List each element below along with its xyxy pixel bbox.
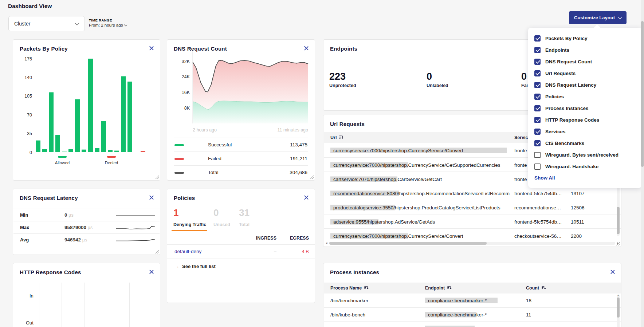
menu-item-url-requests[interactable]: Url Requests <box>528 67 642 79</box>
column-header-count[interactable]: Count <box>526 285 546 291</box>
checked-checkbox-icon[interactable] <box>534 105 541 111</box>
svg-text:11 minutes ago: 11 minutes ago <box>277 127 308 133</box>
checked-checkbox-icon[interactable] <box>534 35 541 42</box>
checked-checkbox-icon[interactable] <box>534 140 541 146</box>
chevron-down-icon <box>618 15 622 19</box>
sort-icon <box>541 285 546 291</box>
checked-checkbox-icon[interactable] <box>534 94 541 100</box>
unchecked-checkbox-icon[interactable] <box>534 152 541 158</box>
count-cell: 10511 <box>571 219 604 224</box>
menu-item-cis-benchmarks[interactable]: CIS Benchmarks <box>528 137 642 149</box>
page-title: Dashboard View <box>8 3 52 9</box>
checked-checkbox-icon[interactable] <box>534 59 541 65</box>
menu-item-endpoints[interactable]: Endpoints <box>528 44 642 56</box>
policies-stat-total[interactable]: 31Total <box>239 208 250 227</box>
horizontal-scrollbar[interactable]: ◂ ▸ <box>326 241 619 245</box>
legend-swatch <box>174 144 184 146</box>
menu-item-label: DNS Request Latency <box>545 82 596 88</box>
close-icon[interactable] <box>610 269 615 275</box>
url-request-row[interactable]: currencyservice:7000/hipstershop.Currenc… <box>324 228 621 243</box>
packets-by-policy-card: Packets By Policy 03570105140175AllowedD… <box>13 39 160 181</box>
menu-item-http-response-codes[interactable]: HTTP Response Codes <box>528 114 642 126</box>
menu-item-label: Process Instances <box>545 106 589 111</box>
show-all-link[interactable]: Show All <box>534 175 555 181</box>
checked-checkbox-icon[interactable] <box>534 82 541 88</box>
sort-icon <box>364 285 369 291</box>
view-selector-value: Cluster <box>14 21 30 27</box>
column-header-endpoint[interactable]: Endpoint <box>425 285 452 291</box>
policies-stat-denying-traffic[interactable]: 1Denying Traffic <box>173 208 206 227</box>
url-cell: currencyservice:7000/hipstershop.Currenc… <box>330 162 510 168</box>
process-name-cell: benchmarker <box>330 326 421 327</box>
url-request-row[interactable]: productcatalogservice:3550/hipstershop.P… <box>324 200 621 214</box>
menu-item-packets-by-policy[interactable]: Packets By Policy <box>528 32 642 44</box>
legend-row-successful: Successful113,475 <box>174 138 308 152</box>
vertical-scrollbar[interactable]: ▲ <box>617 295 620 327</box>
process-instances-card: Process Instances Process Name Endpoint … <box>323 263 621 327</box>
process-instance-row[interactable]: benchmarkercompliance-benchmarker-*9 <box>324 321 621 327</box>
row-label-out: Out <box>26 320 34 326</box>
close-icon[interactable] <box>149 269 154 275</box>
url-request-row[interactable]: recommendationservice:8080/hipstershop.R… <box>324 186 621 200</box>
endpoint-stat-unlabeled: 0Unlabeled <box>427 72 448 88</box>
dns-request-count-card: DNS Request Count 8K16K24K32K2 hours ago… <box>167 39 315 181</box>
card-title: Endpoints <box>330 46 357 52</box>
legend-value: 304,686 <box>290 170 307 175</box>
url-cell: recommendationservice:8080/hipstershop.R… <box>330 190 510 196</box>
menu-item-dns-request-latency[interactable]: DNS Request Latency <box>528 79 642 91</box>
time-range-label: TIME RANGE <box>89 18 112 22</box>
legend-swatch <box>174 158 184 160</box>
card-title: Process Instances <box>330 269 379 275</box>
resize-handle-icon[interactable] <box>155 249 159 253</box>
column-header-ingress: INGRESS <box>251 236 276 241</box>
url-request-row[interactable]: adservice:9555/hipstershop.AdService/Get… <box>324 214 621 229</box>
latency-value: 0 µs <box>64 212 74 218</box>
svg-text:24K: 24K <box>182 74 190 79</box>
see-full-list-link[interactable]: →See the full list <box>174 264 216 269</box>
view-selector[interactable]: Cluster <box>8 16 85 31</box>
url-cell: currencyservice:7000/hipstershop.Currenc… <box>330 233 510 239</box>
menu-item-wireguard-bytes-sent-received[interactable]: Wireguard. Bytes sent/received <box>528 149 642 161</box>
menu-item-label: Endpoints <box>545 47 569 53</box>
menu-item-services[interactable]: Services <box>528 126 642 137</box>
service-cell: frontend-5fc5754db… <box>514 190 568 196</box>
policies-stat-unused[interactable]: 0Unused <box>213 208 230 227</box>
unchecked-checkbox-icon[interactable] <box>534 164 541 170</box>
menu-item-label: Url Requests <box>545 71 576 76</box>
close-icon[interactable] <box>149 195 154 200</box>
legend-label: Total <box>208 170 219 175</box>
resize-handle-icon[interactable] <box>310 175 314 179</box>
checked-checkbox-icon[interactable] <box>534 47 541 53</box>
menu-item-label: Wireguard. Bytes sent/received <box>545 152 619 158</box>
menu-item-dns-request-count[interactable]: DNS Request Count <box>528 56 642 67</box>
svg-text:175: 175 <box>24 56 32 62</box>
checked-checkbox-icon[interactable] <box>534 117 541 123</box>
close-icon[interactable] <box>303 195 309 200</box>
policy-ingress-value: – <box>260 249 276 254</box>
svg-text:32K: 32K <box>182 59 190 64</box>
svg-text:105: 105 <box>24 94 32 99</box>
checked-checkbox-icon[interactable] <box>534 70 541 76</box>
time-range-from[interactable]: From: 2 hours ago <box>89 23 127 27</box>
checked-checkbox-icon[interactable] <box>534 129 541 135</box>
scroll-left-icon[interactable]: ◂ <box>326 241 327 245</box>
process-instance-row[interactable]: /bin/kube-benchcompliance-benchmarker-*1… <box>324 307 621 322</box>
latency-value: 95879000 µs <box>64 225 93 230</box>
policy-link[interactable]: default-deny <box>174 249 201 254</box>
column-header-url[interactable]: Url <box>330 135 343 141</box>
url-cell: adservice:9555/hipstershop.AdService/Get… <box>330 219 510 224</box>
column-header-process-name[interactable]: Process Name <box>330 285 369 291</box>
process-instance-row[interactable]: /bin/benchmarkercompliance-benchmarker-*… <box>324 293 621 307</box>
svg-text:8K: 8K <box>184 106 190 111</box>
menu-item-label: Policies <box>545 94 564 99</box>
customize-layout-button[interactable]: Customize Layout <box>569 11 627 24</box>
policies-card: Policies 1Denying Traffic0Unused31Total … <box>167 189 315 303</box>
url-cell: productcatalogservice:3550/hipstershop.P… <box>330 205 510 210</box>
card-title: DNS Request Latency <box>20 195 78 201</box>
page-scrollbar[interactable] <box>641 0 644 327</box>
menu-item-policies[interactable]: Policies <box>528 91 642 102</box>
menu-item-process-instances[interactable]: Process Instances <box>528 102 642 114</box>
menu-item-wireguard-handshake[interactable]: Wireguard. Handshake <box>528 161 642 172</box>
endpoint-cell: compliance-benchmarker-* <box>425 326 522 327</box>
endpoint-cell: compliance-benchmarker-* <box>425 312 522 318</box>
